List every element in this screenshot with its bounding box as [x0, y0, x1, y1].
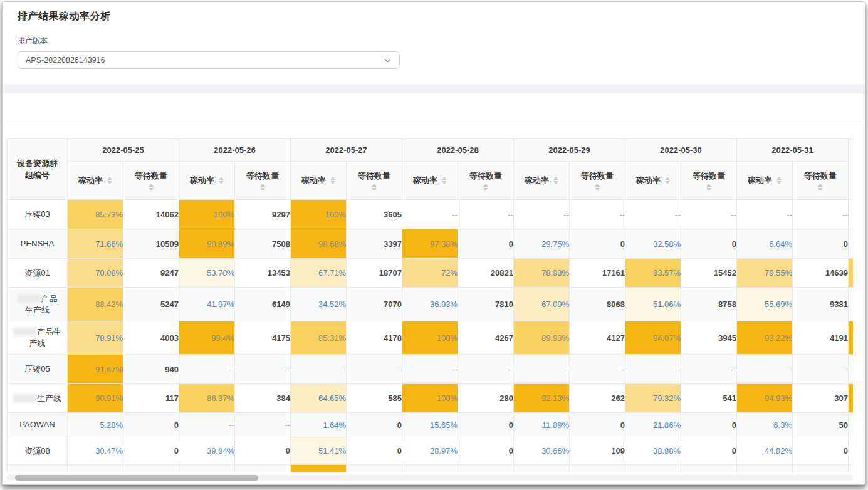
wait-column-header[interactable]: 等待数量: [123, 162, 179, 200]
utilization-cell: 85.73%: [68, 200, 123, 229]
row-name-cell: 压铸03: [8, 200, 68, 229]
waiting-qty-cell: --: [347, 355, 402, 384]
waiting-qty-cell: 541: [681, 384, 737, 413]
wait-column-header[interactable]: 等待数量: [235, 162, 291, 200]
wait-column-header[interactable]: 等待数量: [681, 162, 737, 200]
util-column-header[interactable]: 稼动率: [291, 162, 347, 200]
utilization-cell: 64.65%: [291, 384, 347, 413]
date-header: 2022-05-27: [291, 139, 402, 162]
waiting-qty-cell: [458, 465, 514, 473]
redacted-text-blur: [13, 328, 36, 336]
sort-caret-icon[interactable]: [330, 177, 335, 184]
util-column-header[interactable]: 稼动率: [179, 162, 235, 200]
utilization-cell: [402, 465, 458, 473]
util-column-header[interactable]: 稼动率: [68, 162, 123, 200]
sort-caret-icon[interactable]: [665, 177, 670, 184]
utilization-cell: 78.91%: [68, 321, 123, 355]
waiting-qty-cell: [235, 465, 291, 473]
waiting-qty-cell: 7508: [235, 229, 291, 259]
waiting-qty-cell: 384: [235, 384, 291, 413]
table-row: 资源0170.08%924753.78%1345367.71%1870772%2…: [8, 259, 854, 288]
wait-column-header[interactable]: 等待数量: [458, 162, 514, 200]
utilization-cell: 72%: [402, 259, 458, 288]
waiting-qty-cell: 0: [570, 229, 625, 259]
utilization-cell: 29.75%: [514, 229, 570, 259]
waiting-qty-cell: [123, 465, 179, 473]
row-name-cell: 资源01: [8, 259, 68, 288]
sort-caret-icon[interactable]: [260, 184, 265, 191]
waiting-qty-cell: --: [570, 200, 625, 229]
waiting-qty-cell: 50: [793, 413, 849, 437]
waiting-qty-cell: 0: [570, 413, 625, 437]
date-header: 2022-05-26: [179, 139, 291, 162]
waiting-qty-cell: --: [458, 355, 514, 384]
utilization-cell: --: [625, 200, 681, 229]
version-select[interactable]: APS-20220826143916: [18, 51, 400, 69]
utilization-cell: --: [625, 355, 681, 384]
row-name-cell: 资源08: [8, 437, 68, 465]
horizontal-scrollbar-track[interactable]: [7, 475, 853, 481]
sort-caret-icon[interactable]: [219, 177, 224, 184]
version-select-value: APS-20220826143916: [26, 56, 105, 65]
table-row: 生产线90.91%11786.37%38464.65%585100%28092.…: [8, 384, 854, 413]
waiting-qty-cell: 0: [681, 437, 737, 465]
chevron-down-icon: [384, 56, 392, 65]
waiting-qty-cell: [570, 465, 625, 473]
waiting-qty-cell: 0: [793, 437, 849, 465]
utilization-cell: 44.82%: [737, 437, 793, 465]
wait-column-header[interactable]: 等待数量: [793, 162, 849, 200]
row-name-cell: PENSHA: [8, 229, 68, 259]
utilization-cell: 41.97%: [179, 288, 235, 321]
waiting-qty-cell: 10509: [123, 229, 179, 259]
redacted-text-blur: [13, 394, 36, 402]
utilization-cell: 89.93%: [514, 321, 570, 355]
sort-caret-icon[interactable]: [553, 177, 558, 184]
sort-caret-icon[interactable]: [818, 184, 823, 191]
waiting-qty-cell: [681, 465, 737, 473]
corner-header: 设备资源群组编号: [8, 139, 68, 200]
waiting-qty-cell: 280: [458, 384, 514, 413]
waiting-qty-cell: 0: [793, 229, 849, 259]
wait-column-header[interactable]: 等待数量: [570, 162, 625, 200]
row-name-cell: 产品生产线: [8, 288, 68, 321]
utilization-cell: 79.32%: [625, 384, 681, 413]
waiting-qty-cell: 262: [570, 384, 625, 413]
utilization-cell: 88.42%: [68, 288, 123, 321]
waiting-qty-cell: --: [570, 355, 625, 384]
empty-toolbar: [3, 93, 865, 125]
waiting-qty-cell: 8758: [681, 288, 737, 321]
sort-caret-icon[interactable]: [149, 184, 154, 191]
waiting-qty-cell: 18707: [347, 259, 402, 288]
sort-caret-icon[interactable]: [595, 184, 600, 191]
sort-caret-icon[interactable]: [442, 177, 447, 184]
wait-column-header[interactable]: 等待数量: [347, 162, 402, 200]
horizontal-scrollbar-thumb[interactable]: [15, 475, 258, 481]
redacted-text-blur: [18, 295, 41, 303]
utilization-cell: 70.08%: [68, 259, 123, 288]
sort-caret-icon[interactable]: [776, 177, 782, 184]
utilization-cell: --: [179, 355, 235, 384]
utilization-cell: 93.22%: [737, 321, 793, 355]
util-column-header[interactable]: 稼动率: [402, 162, 458, 200]
offscreen-utilization-cell: [849, 259, 854, 288]
sort-caret-icon[interactable]: [107, 177, 112, 184]
utilization-cell: [68, 465, 123, 473]
util-column-header[interactable]: 稼动率: [514, 162, 570, 200]
waiting-qty-cell: 9381: [793, 288, 849, 321]
utilization-cell: 79.55%: [737, 259, 793, 288]
waiting-qty-cell: 14639: [793, 259, 849, 288]
util-column-header[interactable]: 稼动率: [625, 162, 681, 200]
sort-caret-icon[interactable]: [706, 184, 711, 191]
waiting-qty-cell: 3605: [347, 200, 402, 229]
table-row: 产品生产线88.42%524741.97%614934.52%707036.93…: [8, 288, 854, 321]
sort-caret-icon[interactable]: [483, 184, 488, 191]
sort-caret-icon[interactable]: [372, 184, 377, 191]
utilization-cell: 92.13%: [514, 384, 570, 413]
waiting-qty-cell: 0: [458, 229, 514, 259]
utilization-cell: 6.3%: [737, 413, 793, 437]
offscreen-utilization-cell: [849, 288, 854, 321]
utilization-cell: 53.78%: [179, 259, 235, 288]
table-row: 压铸0591.67%940------------------------: [8, 355, 854, 384]
waiting-qty-cell: 4003: [123, 321, 179, 355]
util-column-header[interactable]: 稼动率: [737, 162, 793, 200]
